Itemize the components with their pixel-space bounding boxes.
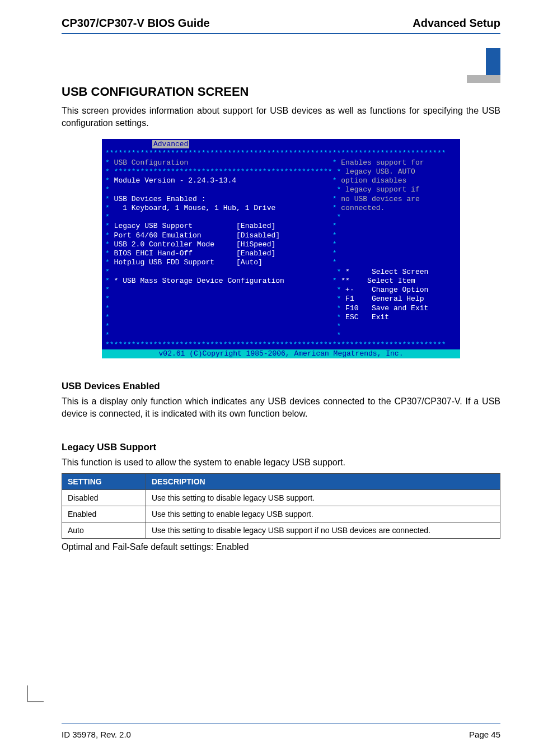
bios-border-bottom: ****************************************… (102, 340, 460, 349)
bios-option-0[interactable]: * Legacy USB Support [Enabled] * (102, 222, 460, 231)
table-cell-setting: Enabled (62, 506, 146, 522)
bios-row-blank2: * * (102, 213, 460, 222)
subsection-usb-devices-enabled-text: This is a display only function which in… (62, 395, 500, 419)
bios-footer: v02.61 (C)Copyright 1985-2006, American … (102, 349, 460, 358)
bios-option-3[interactable]: * BIOS EHCI Hand-Off [Enabled] * (102, 249, 460, 258)
bios-row-nav5: * * ESC Exit (102, 313, 460, 322)
subsection-usb-devices-enabled-title: USB Devices Enabled (62, 381, 500, 392)
bios-row-nav0: * * * Select Screen (102, 268, 460, 277)
bios-row-blank3: * * (102, 322, 460, 331)
bios-row-nav3: * * F1 General Help (102, 295, 460, 304)
subsection-legacy-usb-title: Legacy USB Support (62, 442, 500, 453)
settings-table: SETTING DESCRIPTION DisabledUse this set… (62, 473, 500, 539)
defaults-note: Optimal and Fail-Safe default settings: … (62, 542, 500, 552)
table-cell-setting: Disabled (62, 489, 146, 506)
table-cell-description: Use this setting to disable legacy USB s… (146, 489, 500, 506)
table-cell-setting: Auto (62, 522, 146, 538)
footer-divider (62, 724, 500, 724)
footer-right: Page 45 (469, 730, 500, 739)
brand-corner-decoration (467, 48, 500, 82)
table-cell-description: Use this setting to disable legacy USB s… (146, 522, 500, 538)
corner-decoration-bottom-left (27, 685, 44, 702)
bios-option-2[interactable]: * USB 2.0 Controller Mode [HiSpeed] * (102, 240, 460, 249)
table-cell-description: Use this setting to enable legacy USB su… (146, 506, 500, 522)
table-header-description: DESCRIPTION (146, 473, 500, 489)
table-row: DisabledUse this setting to disable lega… (62, 489, 500, 506)
bios-row-heading: * USB Configuration * Enables support fo… (102, 158, 460, 167)
bios-row-module: * Module Version - 2.24.3-13.4 * option … (102, 176, 460, 185)
bios-row-separator: * **************************************… (102, 167, 460, 176)
bios-tab-bar: Advanced (102, 140, 460, 149)
bios-option-1[interactable]: * Port 64/60 Emulation [Disabled] * (102, 231, 460, 240)
header-divider (62, 33, 500, 34)
bios-row-nav4: * * F10 Save and Exit (102, 304, 460, 313)
table-header-setting: SETTING (62, 473, 146, 489)
bios-row-devlabel: * USB Devices Enabled : * no USB devices… (102, 195, 460, 204)
bios-row-blank4: * * (102, 331, 460, 340)
subsection-legacy-usb-text: This function is used to allow the syste… (62, 456, 500, 469)
table-row: EnabledUse this setting to enable legacy… (62, 506, 500, 522)
header-right: Advanced Setup (413, 17, 500, 30)
footer-left: ID 35978, Rev. 2.0 (62, 730, 131, 739)
bios-row-devlist: * 1 Keyboard, 1 Mouse, 1 Hub, 1 Drive * … (102, 204, 460, 213)
section-title: USB CONFIGURATION SCREEN (62, 85, 500, 99)
bios-option-4[interactable]: * Hotplug USB FDD Support [Auto] * (102, 258, 460, 267)
bios-tab-advanced[interactable]: Advanced (152, 140, 189, 148)
section-intro: This screen provides information about s… (62, 105, 500, 129)
bios-border-top: ****************************************… (102, 149, 460, 158)
table-row: AutoUse this setting to disable legacy U… (62, 522, 500, 538)
bios-screenshot: Advanced *******************************… (102, 139, 460, 358)
bios-row-nav2: * * +- Change Option (102, 286, 460, 295)
header-left: CP307/CP307-V BIOS Guide (62, 17, 210, 30)
bios-row-blank1: * * legacy support if (102, 185, 460, 194)
bios-row-submenu[interactable]: * * USB Mass Storage Device Configuratio… (102, 277, 460, 286)
